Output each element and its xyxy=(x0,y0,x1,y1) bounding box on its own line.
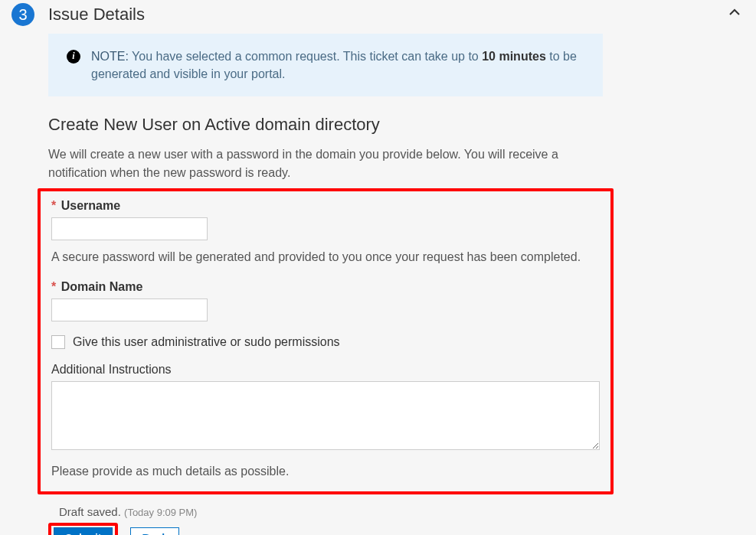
form-highlight-box: * Username A secure password will be gen… xyxy=(38,188,614,494)
step-number-badge: 3 xyxy=(11,3,34,26)
draft-saved-label: Draft saved. xyxy=(59,505,121,518)
note-label: NOTE: xyxy=(91,50,129,63)
additional-instructions-textarea[interactable] xyxy=(51,381,600,450)
info-icon: i xyxy=(67,50,80,64)
username-field-group: * Username xyxy=(51,199,600,240)
form-heading: Create New User on Active domain directo… xyxy=(48,115,603,135)
admin-permission-row: Give this user administrative or sudo pe… xyxy=(51,335,600,349)
additional-instructions-help: Please provide as much details as possib… xyxy=(51,462,600,481)
domain-input[interactable] xyxy=(51,298,208,321)
section-title: Issue Details xyxy=(48,5,145,24)
note-bold: 10 minutes xyxy=(482,50,546,63)
button-row: Submit Back xyxy=(48,523,603,535)
section-header: 3 Issue Details xyxy=(0,0,756,34)
required-marker: * xyxy=(51,199,56,212)
form-description: We will create a new user with a passwor… xyxy=(48,145,603,182)
admin-permission-label: Give this user administrative or sudo pe… xyxy=(73,335,340,349)
submit-button[interactable]: Submit xyxy=(54,527,113,535)
domain-field-group: * Domain Name xyxy=(51,280,600,321)
note-box: i NOTE: You have selected a common reque… xyxy=(48,34,603,96)
username-label: * Username xyxy=(51,199,600,213)
username-input[interactable] xyxy=(51,217,208,240)
collapse-toggle-icon[interactable] xyxy=(728,6,741,22)
submit-highlight: Submit xyxy=(48,523,118,535)
admin-permission-checkbox[interactable] xyxy=(51,335,65,349)
additional-instructions-group: Additional Instructions xyxy=(51,363,600,453)
domain-label-text: Domain Name xyxy=(61,280,143,293)
username-label-text: Username xyxy=(61,199,120,212)
additional-instructions-label: Additional Instructions xyxy=(51,363,600,377)
draft-saved-line: Draft saved. (Today 9:09 PM) xyxy=(59,505,603,518)
note-text-before: You have selected a common request. This… xyxy=(129,50,482,63)
back-button[interactable]: Back xyxy=(130,527,178,535)
note-text: NOTE: You have selected a common request… xyxy=(91,47,584,83)
username-help-text: A secure password will be generated and … xyxy=(51,248,600,266)
required-marker: * xyxy=(51,280,56,293)
section-content: i NOTE: You have selected a common reque… xyxy=(48,34,603,535)
domain-label: * Domain Name xyxy=(51,280,600,294)
draft-saved-time: (Today 9:09 PM) xyxy=(124,507,197,518)
